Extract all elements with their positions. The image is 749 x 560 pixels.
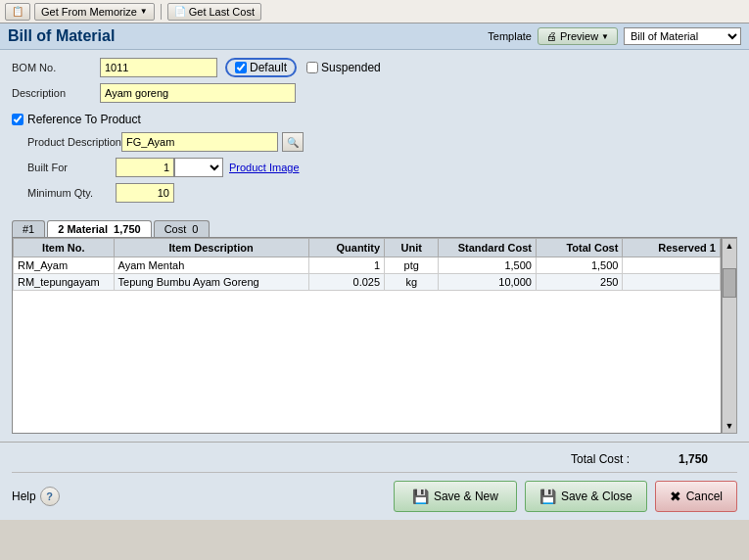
save-new-label: Save & New (434, 490, 498, 503)
get-last-cost-button[interactable]: 📄 Get Last Cost (167, 3, 261, 21)
template-select[interactable]: Bill of Material (624, 27, 741, 45)
cell-reserved (623, 274, 721, 291)
tab-2-material[interactable]: 2 Material 1,750 (47, 220, 151, 237)
product-desc-input[interactable] (121, 132, 278, 152)
cell-unit: kg (385, 274, 439, 291)
tab-1[interactable]: #1 (12, 220, 45, 237)
material-table: Item No. Item Description Quantity Unit … (13, 238, 721, 291)
cell-item-desc: Tepung Bumbu Ayam Goreng (114, 274, 308, 291)
product-lookup-icon: 🔍 (287, 137, 299, 148)
save-new-button[interactable]: 💾 Save & New (394, 481, 517, 512)
product-desc-row: Product Description 🔍 (27, 132, 737, 152)
cell-item-desc: Ayam Mentah (114, 257, 308, 274)
reference-section: Reference To Product Product Description… (12, 109, 737, 212)
cell-item-no: RM_Ayam (14, 257, 115, 274)
cancel-label: Cancel (686, 490, 723, 503)
action-buttons: Help ? 💾 Save & New 💾 Save & Close ✖ Can… (12, 473, 737, 516)
description-label: Description (12, 87, 100, 99)
page-title: Bill of Material (8, 27, 115, 45)
template-area: Template 🖨 Preview ▼ Bill of Material (488, 27, 741, 45)
preview-button[interactable]: 🖨 Preview ▼ (538, 27, 618, 45)
tabs-bar: #1 2 Material 1,750 Cost 0 (12, 220, 737, 238)
built-for-row: Built For Product Image (27, 158, 737, 177)
default-label: Default (250, 61, 287, 74)
suspended-label: Suspended (321, 61, 381, 74)
col-header-item-no: Item No. (14, 239, 115, 257)
scroll-thumb[interactable] (723, 268, 736, 298)
cell-total-cost: 1,500 (536, 257, 622, 274)
col-header-unit: Unit (385, 239, 439, 257)
description-input[interactable] (100, 83, 296, 103)
save-close-button[interactable]: 💾 Save & Close (525, 481, 647, 512)
help-area: Help ? (12, 487, 60, 506)
reference-to-product-label: Reference To Product (27, 113, 141, 126)
toolbar-divider (161, 4, 162, 20)
cell-standard-cost: 1,500 (439, 257, 537, 274)
min-qty-row: Minimum Qty. (27, 183, 737, 203)
tab-cost-label: Cost 0 (164, 223, 199, 235)
product-image-link[interactable]: Product Image (229, 162, 300, 173)
template-label: Template (488, 30, 532, 42)
scroll-up-button[interactable]: ▲ (724, 239, 736, 253)
get-from-memorize-button[interactable]: Get From Memorize ▼ (34, 3, 155, 21)
save-new-icon: 💾 (412, 489, 429, 504)
tab-1-label: #1 (23, 223, 34, 235)
preview-icon: 🖨 (546, 30, 557, 42)
cell-reserved (623, 257, 721, 274)
total-cost-row: Total Cost : 1,750 (12, 446, 737, 473)
built-for-label: Built For (27, 162, 116, 173)
save-close-icon: 💾 (539, 489, 556, 504)
total-cost-value: 1,750 (649, 452, 708, 466)
table-row[interactable]: RM_tepungayam Tepung Bumbu Ayam Goreng 0… (14, 274, 721, 291)
help-button[interactable]: ? (40, 487, 60, 506)
main-content: BOM No. Default Suspended Description Re… (0, 50, 749, 442)
scroll-down-button[interactable]: ▼ (724, 419, 736, 433)
product-lookup-button[interactable]: 🔍 (282, 132, 304, 152)
col-header-standard-cost: Standard Cost (439, 239, 537, 257)
scrollbar[interactable]: ▲ ▼ (722, 238, 737, 434)
cell-standard-cost: 10,000 (439, 274, 537, 291)
cell-item-no: RM_tepungayam (14, 274, 115, 291)
inner-form: Product Description 🔍 Built For Product … (12, 132, 737, 203)
dropdown-arrow-icon: ▼ (140, 7, 148, 16)
tab-2-material-label: 2 Material 1,750 (58, 223, 140, 235)
col-header-item-desc: Item Description (114, 239, 308, 257)
preview-dropdown-icon: ▼ (601, 32, 609, 41)
cell-total-cost: 250 (536, 274, 622, 291)
reference-to-product-checkbox[interactable] (12, 114, 23, 125)
min-qty-input[interactable] (116, 183, 174, 203)
get-from-memorize-label: Get From Memorize (41, 6, 137, 18)
cancel-button[interactable]: ✖ Cancel (655, 481, 737, 512)
cell-quantity: 1 (308, 257, 384, 274)
cell-unit: ptg (385, 257, 439, 274)
col-header-reserved: Reserved 1 (623, 239, 721, 257)
cancel-icon: ✖ (670, 489, 681, 504)
total-cost-label: Total Cost : (571, 452, 630, 466)
min-qty-label: Minimum Qty. (27, 187, 116, 199)
help-label: Help (12, 490, 36, 503)
cell-quantity: 0.025 (308, 274, 384, 291)
title-bar: Bill of Material Template 🖨 Preview ▼ Bi… (0, 23, 749, 50)
col-header-quantity: Quantity (308, 239, 384, 257)
reference-checkbox-row: Reference To Product (12, 113, 737, 126)
toolbar: 📋 Get From Memorize ▼ 📄 Get Last Cost (0, 0, 749, 23)
suspended-checkbox[interactable] (306, 62, 318, 73)
table-scroll-area: Item No. Item Description Quantity Unit … (12, 238, 737, 434)
bom-no-row: BOM No. Default Suspended (12, 58, 737, 77)
tab-cost[interactable]: Cost 0 (154, 220, 210, 237)
get-last-cost-label: Get Last Cost (189, 6, 255, 18)
product-desc-label: Product Description (27, 136, 121, 148)
bom-no-input[interactable] (100, 58, 217, 77)
table-row[interactable]: RM_Ayam Ayam Mentah 1 ptg 1,500 1,500 (14, 257, 721, 274)
built-for-input[interactable] (116, 158, 174, 177)
description-row: Description (12, 83, 737, 103)
col-header-total-cost: Total Cost (536, 239, 622, 257)
bom-no-label: BOM No. (12, 62, 100, 73)
bottom-area: Total Cost : 1,750 Help ? 💾 Save & New 💾… (0, 442, 749, 520)
default-checkbox[interactable] (235, 62, 247, 73)
save-close-label: Save & Close (561, 490, 632, 503)
default-area: Default (225, 58, 297, 77)
built-for-unit-select[interactable] (174, 158, 223, 177)
table-container: Item No. Item Description Quantity Unit … (12, 238, 722, 434)
preview-label: Preview (560, 30, 598, 42)
